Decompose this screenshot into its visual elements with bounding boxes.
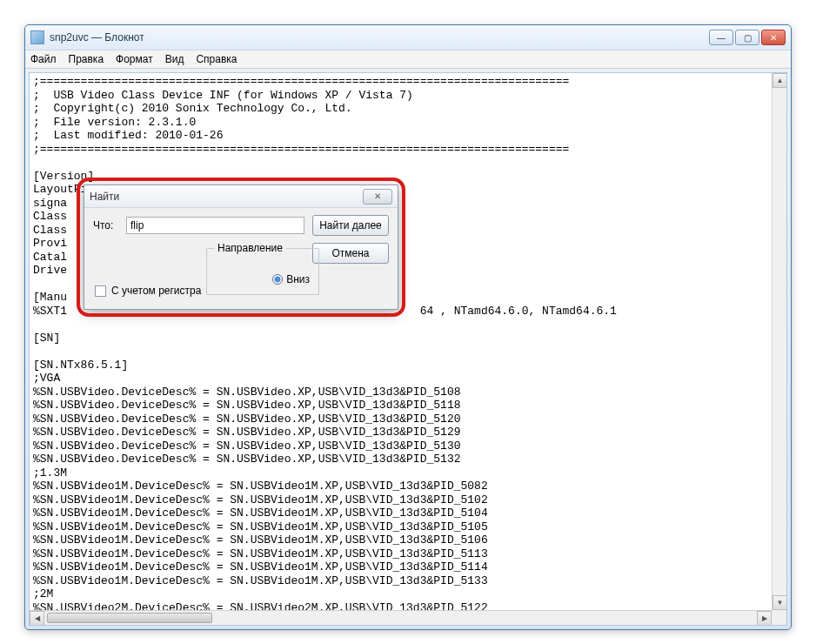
horizontal-scrollbar[interactable]: ◀ ▶	[30, 610, 772, 625]
match-case-label: С учетом регистра	[111, 285, 201, 297]
direction-groupbox: Направление Вниз	[206, 248, 319, 295]
find-input[interactable]	[126, 217, 304, 234]
scroll-down-button[interactable]: ▼	[773, 595, 787, 610]
menu-format[interactable]: Формат	[116, 53, 153, 65]
maximize-button[interactable]: ▢	[735, 30, 759, 45]
checkbox-box-icon	[95, 285, 106, 297]
find-what-label: Что:	[93, 219, 119, 231]
text-editor[interactable]: ;=======================================…	[30, 73, 786, 625]
find-cancel-button[interactable]: Отмена	[312, 243, 389, 264]
find-titlebar[interactable]: Найти ✕	[84, 185, 398, 208]
window-title: snp2uvc — Блокнот	[50, 31, 709, 44]
radio-down-dot-icon	[272, 274, 283, 285]
menu-help[interactable]: Справка	[196, 53, 237, 65]
vertical-scrollbar[interactable]: ▲ ▼	[772, 73, 786, 610]
close-button[interactable]: ✕	[761, 30, 786, 45]
find-next-button[interactable]: Найти далее	[312, 215, 389, 236]
minimize-button[interactable]: —	[709, 30, 733, 45]
match-case-checkbox[interactable]: С учетом регистра	[95, 285, 201, 297]
menu-file[interactable]: Файл	[30, 53, 57, 65]
scroll-corner	[772, 610, 786, 625]
titlebar[interactable]: snp2uvc — Блокнот — ▢ ✕	[25, 25, 791, 50]
find-close-button[interactable]: ✕	[363, 189, 392, 205]
scroll-left-button[interactable]: ◀	[30, 611, 44, 626]
scroll-up-button[interactable]: ▲	[773, 73, 787, 88]
menu-edit[interactable]: Правка	[69, 53, 104, 65]
menu-view[interactable]: Вид	[165, 53, 184, 65]
radio-down[interactable]: Вниз	[272, 273, 310, 285]
client-area: ;=======================================…	[29, 72, 787, 626]
radio-down-label: Вниз	[286, 273, 310, 285]
app-icon	[30, 30, 44, 44]
direction-label: Направление	[214, 242, 286, 254]
find-dialog: Найти ✕ Что: Найти далее Отмена Направле…	[84, 184, 398, 310]
menubar: Файл Правка Формат Вид Справка	[25, 50, 791, 69]
scroll-right-button[interactable]: ▶	[757, 611, 772, 626]
find-title-text: Найти	[90, 191, 363, 203]
notepad-window: snp2uvc — Блокнот — ▢ ✕ Файл Правка Форм…	[24, 24, 792, 630]
horizontal-scroll-thumb[interactable]	[47, 613, 212, 623]
